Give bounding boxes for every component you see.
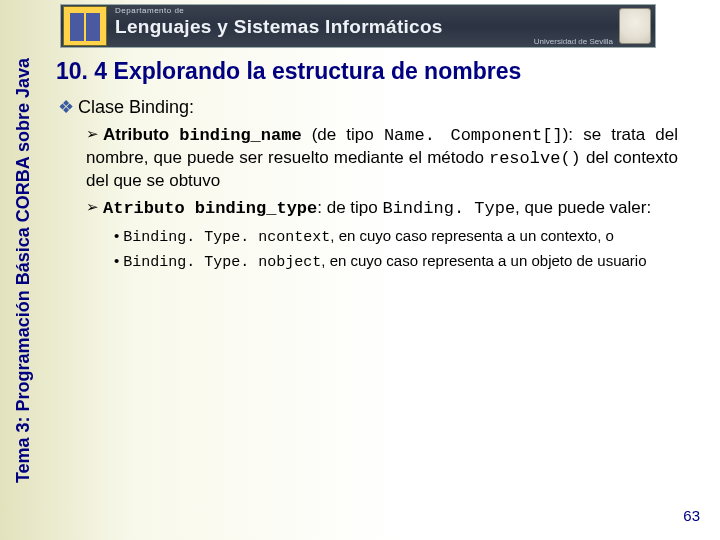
opt2-code: Binding. Type. nobject [123,254,321,271]
university-crest-icon [619,8,651,44]
dot-bullet-icon: • [114,227,119,244]
slide-body: ❖Clase Binding: ➢Atributo binding_name (… [58,92,678,276]
page-number: 63 [683,507,700,524]
diamond-bullet-icon: ❖ [58,97,74,117]
attr1-mid1: (de tipo [302,125,384,144]
bullet-lvl3-opt2: •Binding. Type. nobject, en cuyo caso re… [114,251,678,272]
attr1-lead: Atributo [103,125,179,144]
banner-title: Lenguajes y Sistemas Informáticos [115,17,619,36]
opt1-code: Binding. Type. ncontext [123,229,330,246]
banner-subtitle: Universidad de Sevilla [115,38,619,46]
slide: Departamento de Lenguajes y Sistemas Inf… [0,0,720,540]
dot-bullet-icon: • [114,252,119,269]
attr1-code3: resolve() [489,149,581,168]
arrow-bullet-icon: ➢ [86,198,99,215]
bullet-lvl2-attr2: ➢Atributo binding_type: de tipo Binding.… [86,197,678,220]
slide-heading: 10. 4 Explorando la estructura de nombre… [56,58,656,85]
dept-logo-icon [63,6,107,46]
attr2-code2: Binding. Type [382,199,515,218]
attr2-mid1: : de tipo [317,198,382,217]
attr2-code1: Atributo binding_type [103,199,317,218]
lvl1-text: Clase Binding: [78,97,194,117]
bullet-lvl1: ❖Clase Binding: [58,96,678,118]
banner-text-block: Departamento de Lenguajes y Sistemas Inf… [115,7,619,46]
header-banner: Departamento de Lenguajes y Sistemas Inf… [60,4,656,48]
bullet-lvl2-attr1: ➢Atributo binding_name (de tipo Name. Co… [86,124,678,191]
opt1-text: , en cuyo caso representa a un contexto,… [330,227,614,244]
attr1-code2: Name. Component[] [384,126,563,145]
banner-dept: Departamento de [115,7,619,15]
attr2-tail: , que puede valer: [515,198,651,217]
side-label: Tema 3: Programación Básica CORBA sobre … [4,0,44,540]
attr1-code1: binding_name [179,126,301,145]
opt2-text: , en cuyo caso representa a un objeto de… [321,252,646,269]
arrow-bullet-icon: ➢ [86,125,99,142]
side-label-text: Tema 3: Programación Básica CORBA sobre … [14,57,35,482]
bullet-lvl3-opt1: •Binding. Type. ncontext, en cuyo caso r… [114,226,678,247]
